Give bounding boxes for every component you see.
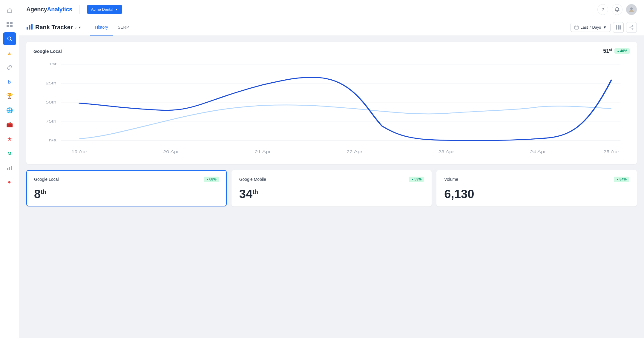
svg-text:25 Apr: 25 Apr — [603, 149, 620, 154]
columns-icon — [616, 25, 621, 30]
svg-rect-1 — [10, 22, 13, 24]
sidebar-item-menu[interactable] — [3, 18, 16, 31]
rank-tracker-icon — [26, 23, 33, 31]
chart-title: Google Local — [33, 49, 62, 54]
metric-label-local: Google Local — [34, 177, 59, 182]
columns-button[interactable] — [613, 22, 624, 33]
chart-rank-suffix: st — [609, 48, 612, 51]
rank-chart-svg: 1st 25th 50th 75th n/a 19 Apr 20 Apr 21 … — [33, 58, 630, 159]
sidebar-item-reports[interactable] — [3, 161, 16, 174]
sidebar-item-analytics[interactable]: a — [3, 47, 16, 60]
metric-badge-local: 68% — [204, 177, 219, 182]
svg-rect-0 — [7, 22, 9, 24]
metric-cards: Google Local 68% 8th Google Mobile 53% 3… — [26, 170, 637, 206]
svg-point-8 — [630, 7, 633, 10]
header-divider — [79, 5, 80, 14]
svg-rect-12 — [575, 26, 578, 29]
metric-suffix-local: th — [41, 189, 46, 195]
svg-rect-11 — [31, 24, 33, 30]
metric-card-header-volume: Volume 84% — [444, 177, 629, 182]
chart-badge-value: 46% — [620, 49, 627, 53]
nav-tabs: History SERP — [90, 19, 134, 36]
share-button[interactable] — [626, 22, 637, 33]
svg-point-4 — [7, 37, 11, 40]
svg-rect-15 — [620, 25, 621, 30]
page-dropdown-icon[interactable]: ▾ — [79, 25, 81, 30]
grid-icon — [7, 22, 13, 27]
content-area: Google Local 51st 46% — [19, 36, 644, 338]
page-title-area: Rank Tracker › ▾ — [26, 23, 81, 31]
logo-agency-text: Agency — [26, 6, 47, 13]
chart-card: Google Local 51st 46% — [26, 42, 637, 164]
date-range-chevron-icon: ▼ — [603, 25, 607, 30]
metric-card-google-mobile[interactable]: Google Mobile 53% 34th — [231, 170, 432, 206]
chart-rank: 51st — [603, 48, 612, 54]
metric-label-volume: Volume — [444, 177, 458, 182]
sidebar-item-star[interactable]: ★ — [3, 132, 16, 146]
svg-point-18 — [630, 27, 631, 28]
bell-icon — [615, 7, 620, 12]
help-button[interactable]: ? — [597, 4, 608, 15]
chart-stat: 51st 46% — [603, 48, 630, 54]
date-range-button[interactable]: Last 7 Days ▼ — [571, 23, 611, 32]
page-title: Rank Tracker — [35, 24, 73, 31]
share-icon — [629, 25, 634, 30]
svg-rect-9 — [27, 27, 28, 30]
user-avatar[interactable] — [626, 4, 637, 15]
metric-card-volume[interactable]: Volume 84% 6,130 — [436, 170, 637, 206]
sidebar-item-trophy[interactable]: 🏆 — [3, 89, 16, 103]
sidebar-item-bing[interactable]: b — [3, 75, 16, 88]
metric-badge-volume: 84% — [614, 177, 629, 182]
client-name: Acme Dental — [91, 7, 113, 12]
tab-serp[interactable]: SERP — [113, 19, 134, 36]
svg-text:1st: 1st — [49, 62, 56, 66]
sidebar-item-mail[interactable]: M — [3, 147, 16, 160]
sidebar: a b 🏆 🌐 🧰 ★ M ● — [0, 0, 19, 338]
calendar-icon — [574, 25, 579, 30]
search-icon — [7, 36, 12, 41]
svg-rect-2 — [7, 25, 9, 27]
svg-rect-7 — [11, 166, 12, 170]
metric-card-google-local[interactable]: Google Local 68% 8th — [26, 170, 227, 206]
breadcrumb-chevron-icon: › — [75, 25, 77, 30]
metric-suffix-mobile: th — [252, 189, 258, 195]
metric-card-header-mobile: Google Mobile 53% — [239, 177, 424, 182]
sidebar-item-tools[interactable]: 🧰 — [3, 118, 16, 131]
svg-rect-3 — [10, 25, 13, 27]
metric-badge-mobile: 53% — [409, 177, 424, 182]
app-logo: AgencyAnalytics — [26, 6, 72, 13]
top-header: AgencyAnalytics Acme Dental ▼ ? — [19, 0, 644, 19]
sub-header: Rank Tracker › ▾ History SERP Last 7 Day… — [19, 19, 644, 36]
svg-rect-6 — [9, 167, 10, 170]
chart-badge: 46% — [614, 48, 630, 54]
svg-text:22 Apr: 22 Apr — [346, 149, 363, 154]
svg-point-17 — [632, 28, 633, 29]
metric-card-header-local: Google Local 68% — [34, 177, 219, 182]
link-icon — [7, 65, 12, 70]
svg-rect-14 — [618, 25, 619, 30]
client-chevron-icon: ▼ — [115, 8, 118, 11]
notification-button[interactable] — [612, 4, 622, 15]
svg-text:21 Apr: 21 Apr — [255, 149, 271, 154]
metric-label-mobile: Google Mobile — [239, 177, 266, 182]
svg-text:75th: 75th — [46, 119, 56, 123]
sidebar-item-home[interactable] — [3, 4, 16, 17]
client-selector-button[interactable]: Acme Dental ▼ — [87, 5, 122, 14]
header-actions: ? — [597, 4, 637, 15]
sidebar-item-globe[interactable]: 🌐 — [3, 104, 16, 117]
svg-rect-10 — [29, 25, 30, 30]
chart-card-header: Google Local 51st 46% — [33, 48, 630, 54]
sidebar-item-alerts[interactable]: ● — [3, 175, 16, 189]
svg-point-16 — [632, 25, 633, 27]
tab-history[interactable]: History — [90, 19, 113, 36]
metric-value-local: 8th — [34, 188, 219, 200]
sidebar-item-search[interactable] — [3, 32, 16, 45]
logo-analytics-text: Analytics — [47, 6, 72, 13]
bar-chart-page-icon — [26, 23, 33, 30]
metric-value-volume: 6,130 — [444, 188, 629, 200]
svg-text:23 Apr: 23 Apr — [438, 149, 454, 154]
main-content: AgencyAnalytics Acme Dental ▼ ? — [19, 0, 644, 338]
svg-text:20 Apr: 20 Apr — [163, 149, 179, 154]
sidebar-item-links[interactable] — [3, 61, 16, 74]
svg-text:19 Apr: 19 Apr — [71, 149, 88, 154]
